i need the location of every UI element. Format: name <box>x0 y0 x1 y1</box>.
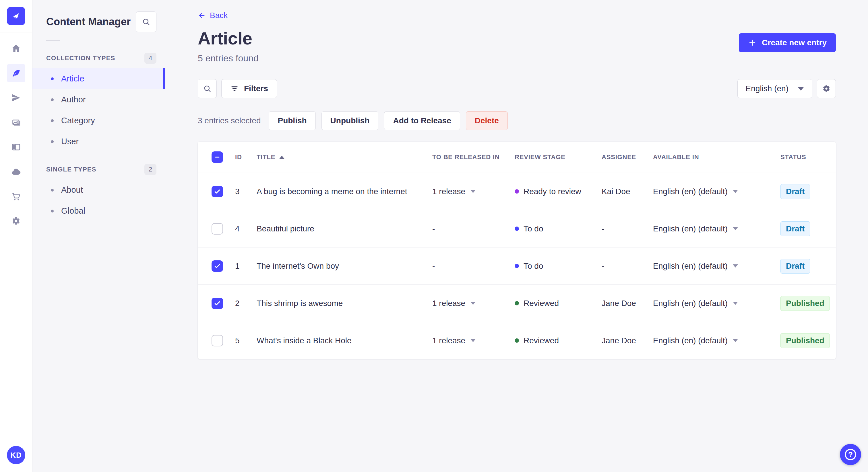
locale-select[interactable]: English (en) <box>737 79 812 98</box>
sidebar-item-author[interactable]: Author <box>32 89 165 110</box>
header-status: STATUS <box>780 154 836 161</box>
cell-review: To do <box>515 224 601 233</box>
selection-count: 3 entries selected <box>198 116 260 125</box>
cell-review: Reviewed <box>515 336 601 345</box>
search-icon <box>142 18 150 26</box>
release-plane-icon[interactable] <box>7 89 25 107</box>
table-row[interactable]: 1 The internet's Own boy - To do - Engli… <box>198 247 836 284</box>
cell-id: 3 <box>235 187 257 196</box>
marketplace-cart-icon[interactable] <box>7 187 25 206</box>
header-title[interactable]: TITLE <box>257 154 432 161</box>
row-checkbox[interactable] <box>212 260 223 272</box>
main-content: Back Article 5 entries found Create new … <box>166 0 868 472</box>
caret-down-icon <box>733 264 738 268</box>
caret-down-icon <box>733 339 738 342</box>
create-new-entry-button[interactable]: Create new entry <box>739 33 836 52</box>
status-badge: Published <box>780 296 830 311</box>
table-body: 3 A bug is becoming a meme on the intern… <box>198 173 836 359</box>
header-assignee: ASSIGNEE <box>601 154 653 161</box>
status-badge: Draft <box>780 222 810 236</box>
cell-available[interactable]: English (en) (default) <box>653 336 780 345</box>
check-icon <box>214 188 221 195</box>
publish-button[interactable]: Publish <box>269 111 315 130</box>
cell-title: The internet's Own boy <box>257 262 432 271</box>
caret-down-icon <box>470 190 476 193</box>
content-manager-icon[interactable] <box>7 64 25 82</box>
subnav-sections: COLLECTION TYPES 4 Article Author Catego… <box>32 53 165 222</box>
section-items: Article Author Category User <box>32 68 165 152</box>
header-title-label: TITLE <box>257 154 275 161</box>
table-row[interactable]: 4 Beautiful picture - To do - English (e… <box>198 210 836 247</box>
strapi-logo-icon <box>11 11 21 21</box>
sidebar-item-user[interactable]: User <box>32 131 165 152</box>
cell-available[interactable]: English (en) (default) <box>653 224 780 233</box>
cell-available[interactable]: English (en) (default) <box>653 299 780 308</box>
section-label: SINGLE TYPES <box>46 166 96 173</box>
strapi-logo[interactable] <box>7 7 25 25</box>
row-checkbox[interactable] <box>212 223 223 235</box>
filters-button[interactable]: Filters <box>221 79 277 98</box>
bullet-icon <box>51 119 54 122</box>
section-badge: 2 <box>144 164 156 175</box>
cell-released[interactable]: - <box>432 224 515 233</box>
back-link[interactable]: Back <box>198 11 228 20</box>
sidebar-item-article[interactable]: Article <box>32 68 165 89</box>
cell-assignee: - <box>601 224 653 233</box>
filter-icon <box>230 84 239 93</box>
media-library-icon[interactable] <box>7 113 25 132</box>
header-id: ID <box>235 154 257 161</box>
row-checkbox[interactable] <box>212 298 223 309</box>
table-row[interactable]: 2 This shrimp is awesome 1 release Revie… <box>198 284 836 322</box>
cell-released[interactable]: 1 release <box>432 299 515 308</box>
cell-assignee: - <box>601 262 653 271</box>
subnav-search-button[interactable] <box>136 11 156 32</box>
caret-down-icon <box>733 227 738 230</box>
cell-title: What's inside a Black Hole <box>257 336 432 345</box>
cell-released[interactable]: - <box>432 262 515 271</box>
question-mark-icon: ? <box>845 449 856 460</box>
add-to-release-button[interactable]: Add to Release <box>384 111 460 130</box>
subnav-section: COLLECTION TYPES 4 Article Author Catego… <box>32 53 165 152</box>
subnav-section: SINGLE TYPES 2 About Global <box>32 164 165 222</box>
bullet-icon <box>51 210 54 212</box>
sidebar-item-about[interactable]: About <box>32 179 165 200</box>
help-button[interactable]: ? <box>840 444 861 465</box>
row-checkbox[interactable] <box>212 186 223 197</box>
locale-value: English (en) <box>746 84 788 93</box>
sidebar-item-global[interactable]: Global <box>32 200 165 222</box>
rail-divider <box>0 32 32 32</box>
entries-count: 5 entries found <box>198 53 259 64</box>
home-icon[interactable] <box>7 39 25 58</box>
subnav-title: Content Manager <box>46 16 131 28</box>
cell-title: This shrimp is awesome <box>257 299 432 308</box>
user-avatar[interactable]: KD <box>7 446 25 464</box>
delete-button[interactable]: Delete <box>466 111 508 130</box>
main-nav-rail: KD <box>0 0 32 472</box>
section-label: COLLECTION TYPES <box>46 55 115 62</box>
filters-label: Filters <box>244 84 268 93</box>
table-row[interactable]: 3 A bug is becoming a meme on the intern… <box>198 173 836 210</box>
view-settings-button[interactable] <box>817 79 836 98</box>
row-checkbox[interactable] <box>212 335 223 346</box>
cell-released[interactable]: 1 release <box>432 336 515 345</box>
arrow-left-icon <box>198 11 206 20</box>
status-badge: Draft <box>780 184 810 199</box>
table-header-row: ID TITLE TO BE RELEASED IN REVIEW STAGE … <box>198 142 836 173</box>
review-stage-dot <box>515 301 519 305</box>
cloud-icon[interactable] <box>7 163 25 181</box>
status-badge: Draft <box>780 259 810 274</box>
settings-gear-icon[interactable] <box>7 212 25 230</box>
cell-available[interactable]: English (en) (default) <box>653 187 780 196</box>
chevron-down-icon <box>798 87 804 91</box>
cell-released[interactable]: 1 release <box>432 187 515 196</box>
layout-builder-icon[interactable] <box>7 138 25 156</box>
sidebar-item-category[interactable]: Category <box>32 110 165 131</box>
page-title: Article <box>198 28 259 48</box>
table-search-button[interactable] <box>198 79 217 98</box>
select-all-checkbox[interactable] <box>212 151 223 163</box>
cell-review: Ready to review <box>515 187 601 196</box>
table-row[interactable]: 5 What's inside a Black Hole 1 release R… <box>198 322 836 359</box>
unpublish-button[interactable]: Unpublish <box>321 111 379 130</box>
cell-available[interactable]: English (en) (default) <box>653 262 780 271</box>
header-released: TO BE RELEASED IN <box>432 154 515 161</box>
